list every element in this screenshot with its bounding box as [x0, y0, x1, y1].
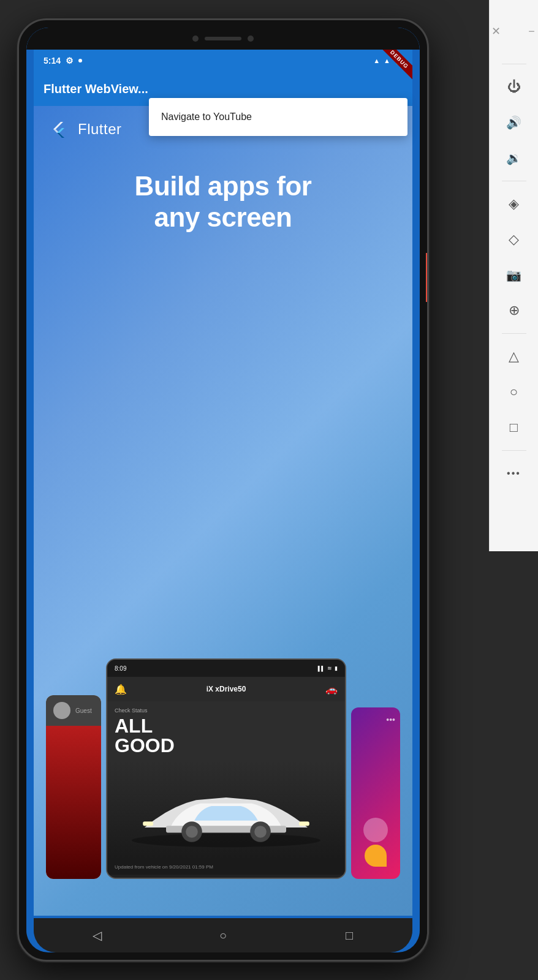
svg-point-9: [254, 826, 267, 838]
status-time: 5:14: [44, 56, 61, 66]
toolbar-separator-2: [502, 181, 526, 181]
minimize-icon: −: [528, 25, 535, 38]
svg-point-7: [186, 826, 198, 838]
sr-circle: [363, 818, 388, 842]
camera-button[interactable]: 📷: [499, 260, 529, 290]
speaker-bar: [205, 37, 241, 40]
recent-square-toolbar-icon: □: [510, 420, 518, 435]
more-icon: •••: [507, 468, 521, 479]
screenshot-left: Guest: [46, 695, 101, 879]
bell-icon: 🔔: [115, 684, 127, 695]
camera-icon: 📷: [506, 268, 521, 282]
back-nav-button[interactable]: ◁: [86, 924, 108, 946]
sc-footer: Updated from vehicle on 9/20/2021 01:59 …: [107, 859, 345, 875]
guest-label: Guest: [75, 707, 92, 714]
screenshot-right: •••: [351, 707, 400, 879]
screenshot-left-content: [46, 726, 101, 879]
all-good-text-1: ALL: [115, 716, 338, 736]
svg-marker-0: [53, 122, 63, 129]
check-status-label: Check Status: [115, 707, 338, 714]
hero-line-2: any screen: [48, 202, 398, 233]
sc-status-bar: 8:09 ▌▌ ≋ ▮: [107, 660, 345, 677]
debug-label: DEBUG: [379, 50, 412, 80]
rotate-right-icon: ◇: [509, 232, 519, 247]
camera-dot-1: [192, 36, 199, 42]
toolbar-separator-3: [502, 333, 526, 334]
car-icon: 🚗: [325, 684, 338, 695]
sc-signal: ▌▌: [318, 666, 325, 671]
volume-down-button[interactable]: 🔉: [499, 143, 529, 173]
sc-title: iX xDrive50: [206, 685, 246, 693]
sc-battery: ▮: [335, 665, 338, 671]
sc-wifi: ≋: [327, 665, 332, 671]
svg-point-4: [132, 834, 320, 847]
debug-badge: DEBUG: [376, 50, 412, 86]
status-bar: 5:14 ⚙ ▲ ▲ 🔋: [34, 50, 412, 72]
recent-toolbar-button[interactable]: □: [499, 412, 529, 443]
sr-snake: [365, 845, 387, 867]
avatar: [53, 702, 70, 719]
svg-marker-2: [57, 128, 64, 133]
top-controls: ✕ −: [476, 10, 539, 53]
back-triangle-toolbar-icon: △: [509, 349, 519, 364]
sc-app-bar: 🔔 iX xDrive50 🚗: [107, 677, 345, 701]
svg-rect-11: [143, 821, 153, 826]
volume-button[interactable]: [426, 253, 429, 302]
camera-dot-2: [248, 36, 254, 42]
sc-status-icons: ▌▌ ≋ ▮: [318, 665, 338, 671]
hero-line-1: Build apps for: [48, 171, 398, 202]
home-circle-icon: ○: [219, 929, 227, 943]
zoom-icon: ⊕: [509, 303, 520, 318]
navigate-to-youtube-item[interactable]: Navigate to YouTube: [149, 103, 407, 131]
power-button[interactable]: ⏻: [499, 72, 529, 102]
back-triangle-icon: ◁: [93, 928, 102, 943]
toolbar-separator-4: [502, 450, 526, 451]
rotate-right-button[interactable]: ◇: [499, 224, 529, 255]
power-icon: ⏻: [507, 79, 521, 95]
dropdown-menu: Navigate to YouTube: [149, 98, 407, 136]
scene: 5:14 ⚙ ▲ ▲ 🔋 DEBUG Flutter WebView...: [0, 0, 538, 980]
close-icon: ✕: [491, 24, 501, 38]
recent-nav-button[interactable]: □: [338, 924, 360, 946]
rotate-left-icon: ◈: [509, 196, 519, 212]
all-good-text-2: GOOD: [115, 736, 338, 755]
svg-marker-3: [57, 133, 64, 138]
car-svg: [107, 761, 345, 859]
screenshots-row: Guest 8:09 ▌▌ ≋ ▮: [41, 646, 405, 879]
minimize-button[interactable]: −: [517, 16, 539, 47]
recent-square-icon: □: [346, 929, 353, 943]
more-toolbar-button[interactable]: •••: [499, 458, 529, 489]
home-toolbar-button[interactable]: ○: [499, 377, 529, 407]
flutter-logo-text: Flutter: [78, 121, 122, 138]
svg-rect-10: [299, 821, 309, 826]
volume-down-icon: 🔉: [506, 151, 521, 165]
side-toolbar: ✕ − ⏻ 🔊 🔉 ◈ ◇ 📷 ⊕: [489, 0, 538, 551]
toolbar-separator-1: [502, 64, 526, 64]
phone-screen: 5:14 ⚙ ▲ ▲ 🔋 DEBUG Flutter WebView...: [26, 28, 420, 952]
settings-icon: ⚙: [66, 56, 74, 66]
status-left: 5:14 ⚙: [44, 56, 82, 66]
phone-nav-bar: ◁ ○ □: [34, 918, 412, 952]
sr-menu-dots: •••: [386, 715, 395, 725]
zoom-button[interactable]: ⊕: [499, 295, 529, 326]
flutter-logo-icon: [48, 118, 70, 140]
sc-content: Check Status ALL GOOD: [107, 701, 345, 761]
close-button[interactable]: ✕: [481, 16, 512, 47]
home-circle-toolbar-icon: ○: [510, 384, 518, 400]
webview-content[interactable]: Flutter Build apps for any screen Guest: [34, 106, 412, 916]
app-bar-title: Flutter WebView...: [44, 82, 148, 96]
screenshot-left-top: Guest: [46, 695, 101, 726]
back-toolbar-button[interactable]: △: [499, 341, 529, 372]
volume-up-button[interactable]: 🔊: [499, 107, 529, 138]
rotate-left-button[interactable]: ◈: [499, 189, 529, 219]
volume-up-icon: 🔊: [506, 115, 521, 130]
dot-indicator: [78, 59, 82, 62]
sc-time: 8:09: [115, 665, 126, 672]
car-image-area: [107, 761, 345, 859]
screenshot-center: 8:09 ▌▌ ≋ ▮ 🔔 iX xDrive50 🚗: [106, 658, 346, 879]
phone-frame: 5:14 ⚙ ▲ ▲ 🔋 DEBUG Flutter WebView...: [17, 18, 429, 962]
home-nav-button[interactable]: ○: [212, 924, 234, 946]
phone-top-bar: [26, 28, 420, 50]
hero-text: Build apps for any screen: [34, 146, 412, 245]
